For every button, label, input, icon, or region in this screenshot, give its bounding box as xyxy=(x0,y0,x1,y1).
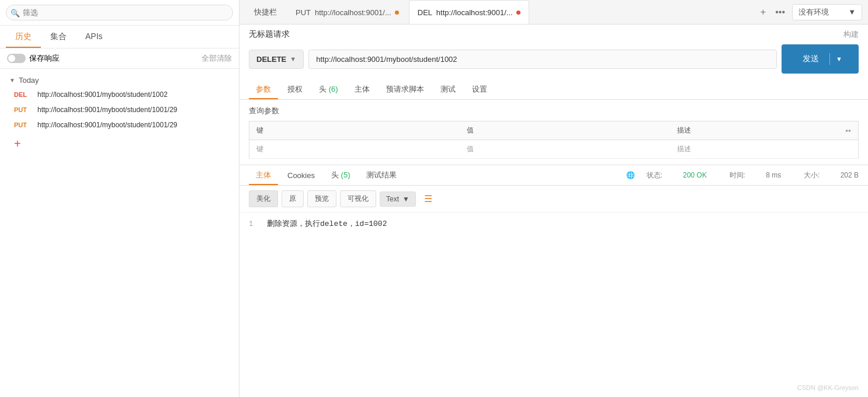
search-input[interactable] xyxy=(6,5,233,20)
main-content: 快捷栏 PUT http://localhost:9001/... DEL ht… xyxy=(239,0,868,397)
method-label: DELETE xyxy=(256,55,286,64)
more-icon[interactable]: •• xyxy=(845,126,851,135)
url-bar: DELETE ▼ 发送 ▼ xyxy=(249,44,859,74)
status-value: 200 OK xyxy=(683,171,707,179)
env-select[interactable]: 没有环境 ▼ xyxy=(792,4,862,20)
beautify-button[interactable]: 美化 xyxy=(249,190,278,207)
search-icon: 🔍 xyxy=(11,8,20,17)
tab-history[interactable]: 历史 xyxy=(6,26,41,48)
time-label: 时间: xyxy=(730,170,745,180)
add-tab-button[interactable]: + xyxy=(758,5,768,20)
tab-quickbar-label: 快捷栏 xyxy=(254,7,277,18)
tab-apis[interactable]: APIs xyxy=(76,26,112,48)
resp-tab-test-results[interactable]: 测试结果 xyxy=(359,165,404,185)
req-tab-params[interactable]: 参数 xyxy=(249,79,278,99)
req-tab-headers[interactable]: 头 (6) xyxy=(312,79,345,99)
size-value: 202 B xyxy=(841,171,859,179)
request-nav: 参数 授权 头 (6) 主体 预请求脚本 测试 设置 xyxy=(239,79,868,100)
resp-tab-cookies[interactable]: Cookies xyxy=(280,166,322,184)
response-section: 主体 Cookies 头 (5) 测试结果 🌐 状态: 200 OK 时间: 8… xyxy=(239,165,868,397)
query-params-label: 查询参数 xyxy=(249,106,859,116)
req-tab-settings[interactable]: 设置 xyxy=(465,79,494,99)
req-tab-pre-script[interactable]: 预请求脚本 xyxy=(379,79,431,99)
line-number: 1 xyxy=(249,220,253,228)
time-value: 8 ms xyxy=(766,171,781,179)
env-select-label: 没有环境 xyxy=(798,7,829,18)
param-value-cell[interactable]: 值 xyxy=(460,140,670,159)
response-nav: 主体 Cookies 头 (5) 测试结果 🌐 状态: 200 OK 时间: 8… xyxy=(239,165,868,186)
history-url: http://localhost:9001/myboot/student/100… xyxy=(37,90,168,99)
url-input[interactable] xyxy=(308,50,777,69)
raw-button[interactable]: 原 xyxy=(282,190,304,207)
list-item[interactable]: PUT http://localhost:9001/myboot/student… xyxy=(0,117,239,133)
resp-tab-headers[interactable]: 头 (5) xyxy=(324,165,357,185)
build-button[interactable]: 构建 xyxy=(843,29,859,40)
chevron-down-icon: ▼ xyxy=(290,55,296,62)
sidebar-list: ▼ Today DEL http://localhost:9001/myboot… xyxy=(0,69,239,397)
wrap-icon[interactable]: ☰ xyxy=(424,193,432,204)
response-body-text: 删除资源，执行delete，id=1002 xyxy=(267,220,387,228)
save-toggle-label: 保存响应 xyxy=(29,53,60,64)
clear-all-button[interactable]: 全部清除 xyxy=(202,53,232,64)
tab-collection[interactable]: 集合 xyxy=(41,26,76,48)
history-group-today: ▼ Today xyxy=(0,74,239,87)
sidebar-tabs: 历史 集合 APIs xyxy=(0,26,239,48)
tab-bar: 快捷栏 PUT http://localhost:9001/... DEL ht… xyxy=(239,0,868,25)
chevron-down-icon: ▼ xyxy=(9,77,15,83)
preview-button[interactable]: 预览 xyxy=(307,190,336,207)
send-button[interactable]: 发送 ▼ xyxy=(782,44,859,74)
tab-quickbar[interactable]: 快捷栏 xyxy=(245,0,286,24)
request-header: 无标题请求 构建 xyxy=(239,25,868,44)
visualize-button[interactable]: 可视化 xyxy=(340,190,376,207)
tab-del[interactable]: DEL http://localhost:9001/... xyxy=(409,0,529,24)
text-format-dropdown[interactable]: Text ▼ xyxy=(380,191,416,207)
chevron-down-icon: ▼ xyxy=(848,8,856,16)
sidebar: 🔍 历史 集合 APIs 保存响应 全部清除 ▼ Today DEL http:… xyxy=(0,0,239,397)
globe-icon: 🌐 xyxy=(626,171,635,179)
send-arrow-icon[interactable]: ▼ xyxy=(831,51,847,67)
save-toggle-wrap: 保存响应 xyxy=(7,53,60,64)
param-action-cell xyxy=(838,140,858,159)
tab-put-label: PUT http://localhost:9001/... xyxy=(296,8,391,17)
search-section: 🔍 xyxy=(0,0,239,26)
col-header-value: 值 xyxy=(460,121,670,140)
history-url: http://localhost:9001/myboot/student/100… xyxy=(37,121,178,129)
watermark: CSDN @KK-Greyson xyxy=(797,384,859,391)
header-count: (6) xyxy=(329,85,338,93)
col-header-desc: 描述 xyxy=(670,121,838,140)
save-toggle[interactable] xyxy=(7,54,26,63)
response-status: 🌐 状态: 200 OK 时间: 8 ms 大小: 202 B xyxy=(626,170,859,180)
method-badge-put: PUT xyxy=(14,121,33,128)
status-label: 状态: xyxy=(647,170,662,180)
list-item[interactable]: DEL http://localhost:9001/myboot/student… xyxy=(0,87,239,102)
params-table: 键 值 描述 •• 键 值 描述 xyxy=(249,121,859,159)
tab-bar-actions: + ••• 没有环境 ▼ xyxy=(758,4,862,20)
req-tab-tests[interactable]: 测试 xyxy=(433,79,463,99)
main-inner: 无标题请求 构建 DELETE ▼ 发送 ▼ 参数 授权 头 (6) 主体 预请… xyxy=(239,25,868,397)
today-label: Today xyxy=(19,76,39,85)
tab-del-label: DEL http://localhost:9001/... xyxy=(418,8,513,17)
tab-put[interactable]: PUT http://localhost:9001/... xyxy=(287,0,408,24)
method-select[interactable]: DELETE ▼ xyxy=(249,50,304,69)
params-section: 查询参数 键 值 描述 •• 键 值 描述 xyxy=(239,100,868,165)
send-label: 发送 xyxy=(793,49,828,69)
tab-dot-red xyxy=(516,11,520,15)
tab-dot-orange xyxy=(395,11,399,15)
send-divider xyxy=(829,53,830,65)
param-desc-cell[interactable]: 描述 xyxy=(670,140,838,159)
param-key-cell[interactable]: 键 xyxy=(249,140,460,159)
req-tab-body[interactable]: 主体 xyxy=(348,79,377,99)
method-badge-put: PUT xyxy=(14,106,33,113)
resp-tab-body[interactable]: 主体 xyxy=(249,165,278,185)
size-label: 大小: xyxy=(804,170,820,180)
col-header-key: 键 xyxy=(249,121,460,140)
request-title: 无标题请求 xyxy=(249,29,290,40)
resp-header-count: (5) xyxy=(341,170,350,179)
chevron-down-icon: ▼ xyxy=(402,195,409,203)
list-item[interactable]: PUT http://localhost:9001/myboot/student… xyxy=(0,102,239,117)
method-badge-del: DEL xyxy=(14,91,33,98)
more-tabs-button[interactable]: ••• xyxy=(773,5,787,20)
req-tab-auth[interactable]: 授权 xyxy=(280,79,310,99)
response-body: 1 删除资源，执行delete，id=1002 xyxy=(239,213,868,397)
add-item-button[interactable]: + xyxy=(0,133,28,155)
